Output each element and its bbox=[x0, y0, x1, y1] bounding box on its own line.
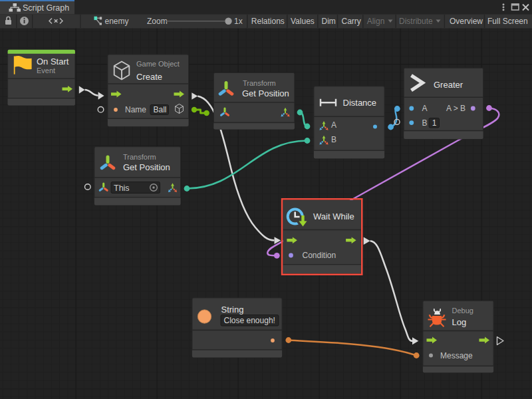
svg-text:enemy: enemy bbox=[105, 17, 129, 26]
svg-text:B: B bbox=[422, 118, 428, 128]
svg-text:Condition: Condition bbox=[303, 251, 336, 260]
svg-text:Distance: Distance bbox=[343, 98, 377, 108]
svg-text:Transform: Transform bbox=[243, 79, 276, 87]
svg-text:Values: Values bbox=[291, 17, 315, 26]
svg-text:1x: 1x bbox=[234, 17, 243, 26]
svg-text:1: 1 bbox=[432, 118, 437, 128]
svg-text:This: This bbox=[114, 184, 130, 193]
svg-text:String: String bbox=[221, 305, 244, 315]
svg-text:Distribute: Distribute bbox=[399, 17, 433, 26]
svg-text:Debug: Debug bbox=[452, 307, 473, 315]
svg-text:Close enough!: Close enough! bbox=[224, 316, 275, 325]
svg-text:Get Position: Get Position bbox=[242, 88, 289, 98]
svg-text:A: A bbox=[422, 104, 428, 113]
svg-text:Log: Log bbox=[452, 317, 467, 327]
svg-text:Create: Create bbox=[136, 72, 162, 82]
svg-text:A: A bbox=[331, 120, 336, 130]
svg-text:Greater: Greater bbox=[434, 80, 464, 90]
svg-text:Event: Event bbox=[37, 66, 55, 74]
svg-text:B: B bbox=[331, 135, 336, 144]
svg-text:Overview: Overview bbox=[450, 17, 483, 26]
svg-text:Carry: Carry bbox=[342, 17, 361, 26]
svg-text:Script Graph: Script Graph bbox=[23, 3, 69, 13]
svg-text:Transform: Transform bbox=[123, 153, 156, 161]
svg-text:Dim: Dim bbox=[322, 17, 336, 26]
svg-text:Name: Name bbox=[125, 105, 146, 114]
svg-text:Full Screen: Full Screen bbox=[487, 17, 528, 26]
svg-text:Ball: Ball bbox=[154, 105, 167, 114]
svg-text:Zoom: Zoom bbox=[147, 17, 168, 26]
svg-text:On Start: On Start bbox=[37, 57, 69, 66]
svg-text:Message: Message bbox=[440, 351, 473, 360]
svg-text:Game Object: Game Object bbox=[136, 60, 180, 68]
svg-text:A > B: A > B bbox=[446, 104, 466, 113]
svg-text:Get Position: Get Position bbox=[123, 162, 170, 172]
svg-text:Relations: Relations bbox=[251, 17, 285, 26]
svg-text:Wait While: Wait While bbox=[313, 211, 354, 221]
svg-text:Align: Align bbox=[367, 17, 385, 26]
